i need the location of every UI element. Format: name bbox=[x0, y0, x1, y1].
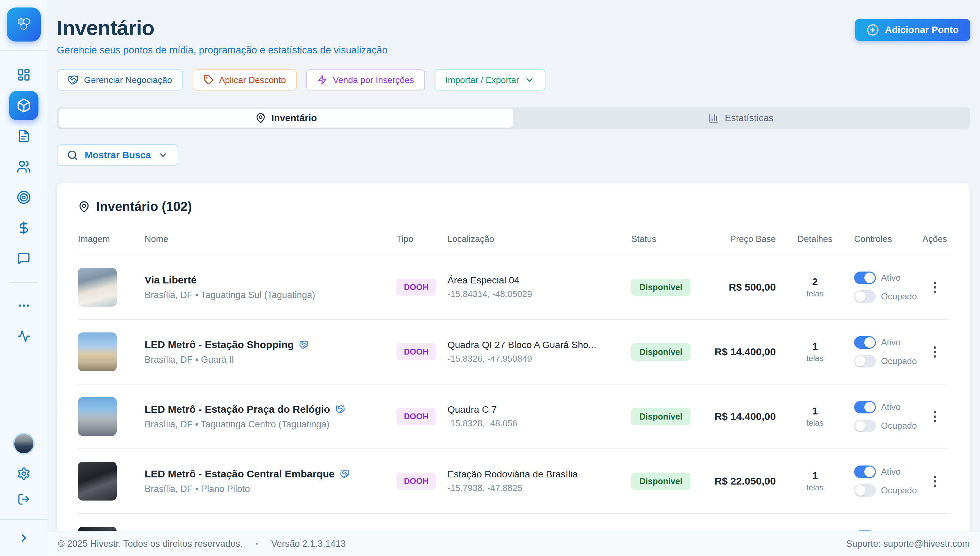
users-icon bbox=[17, 160, 31, 174]
screens-count: 2 bbox=[776, 276, 854, 288]
type-badge: DOOH bbox=[396, 473, 436, 490]
table-row: LED Metrô - Estação Shopping Brasília, D… bbox=[78, 320, 949, 385]
occupied-toggle[interactable] bbox=[854, 420, 876, 432]
dollar-icon bbox=[17, 221, 31, 235]
point-coords: -15.8326, -47.950849 bbox=[447, 354, 631, 364]
zap-icon bbox=[317, 75, 327, 85]
sidebar-bottom bbox=[13, 433, 35, 519]
table-row: Via Liberté Brasília, DF • Taguatinga Su… bbox=[78, 255, 949, 320]
show-search-button[interactable]: Mostrar Busca bbox=[57, 144, 178, 166]
package-icon bbox=[16, 98, 31, 113]
handshake-icon bbox=[340, 469, 349, 479]
actions-row: Gerenciar Negociação Aplicar Desconto Ve… bbox=[57, 70, 970, 91]
sale-by-insertions-button[interactable]: Venda por Inserções bbox=[306, 70, 425, 91]
plus-circle-icon bbox=[867, 24, 879, 36]
occupied-toggle[interactable] bbox=[854, 484, 876, 497]
main-content: Inventário Gerencie seus pontos de mídia… bbox=[48, 0, 980, 556]
file-icon bbox=[17, 129, 31, 143]
screens-label: telas bbox=[776, 289, 854, 298]
point-location-line: Brasília, DF • Guará II bbox=[145, 354, 396, 365]
handshake-icon bbox=[299, 340, 308, 349]
search-icon bbox=[67, 150, 78, 161]
active-toggle[interactable] bbox=[854, 401, 876, 414]
app-logo[interactable] bbox=[0, 0, 48, 51]
active-toggle[interactable] bbox=[854, 336, 876, 349]
row-actions-menu-button[interactable] bbox=[930, 343, 940, 361]
active-toggle-label: Ativo bbox=[881, 337, 901, 348]
add-point-button[interactable]: Adicionar Ponto bbox=[855, 19, 970, 41]
point-address: Quadra C 7 bbox=[447, 404, 631, 415]
point-address: Quadra QI 27 Bloco A Guará Sho... bbox=[447, 339, 631, 351]
tab-bar: Inventário Estatísticas bbox=[57, 107, 970, 129]
hexagons-logo-icon bbox=[7, 8, 41, 42]
type-badge: DOOH bbox=[396, 343, 436, 360]
point-address: Estação Rodoviária de Brasília bbox=[447, 469, 631, 480]
point-thumbnail[interactable] bbox=[78, 397, 117, 436]
apply-discount-button[interactable]: Aplicar Desconto bbox=[192, 70, 297, 91]
map-pin-icon bbox=[78, 201, 90, 213]
tag-icon bbox=[203, 75, 214, 85]
sidebar-expand-section bbox=[0, 519, 48, 556]
point-thumbnail[interactable] bbox=[78, 462, 117, 501]
sidebar-item-activity[interactable] bbox=[16, 328, 32, 344]
screens-count: 1 bbox=[776, 470, 854, 482]
sidebar-item-dashboard[interactable] bbox=[16, 67, 32, 83]
sidebar-item-campaigns[interactable] bbox=[16, 189, 32, 205]
sidebar-item-inventory[interactable] bbox=[9, 91, 39, 120]
inventory-table-body: Via Liberté Brasília, DF • Taguatinga Su… bbox=[78, 255, 949, 556]
point-thumbnail[interactable] bbox=[78, 333, 117, 371]
occupied-toggle-label: Ocupado bbox=[881, 485, 917, 496]
inventory-section-title: Inventário (102) bbox=[78, 199, 949, 214]
chat-icon bbox=[17, 252, 31, 265]
import-export-button[interactable]: Importar / Exportar bbox=[434, 70, 546, 91]
active-toggle[interactable] bbox=[854, 272, 876, 284]
sidebar-item-documents[interactable] bbox=[16, 128, 32, 144]
sidebar-item-messages[interactable] bbox=[16, 251, 32, 267]
screens-label: telas bbox=[776, 354, 854, 363]
occupied-toggle-label: Ocupado bbox=[881, 291, 917, 302]
sidebar-nav bbox=[0, 67, 48, 344]
base-price: R$ 14.400,00 bbox=[713, 411, 776, 422]
inventory-card: Inventário (102) Imagem Nome Tipo Locali… bbox=[57, 183, 970, 556]
point-thumbnail[interactable] bbox=[78, 268, 117, 307]
footer-separator: • bbox=[255, 539, 258, 548]
user-avatar[interactable] bbox=[13, 433, 35, 454]
occupied-toggle-label: Ocupado bbox=[881, 356, 917, 367]
handshake-icon bbox=[336, 404, 345, 414]
point-coords: -15.7938, -47.8825 bbox=[447, 483, 631, 493]
row-actions-menu-button[interactable] bbox=[930, 278, 940, 296]
sidebar-item-more[interactable] bbox=[16, 297, 32, 314]
row-actions-menu-button[interactable] bbox=[930, 407, 940, 426]
active-toggle[interactable] bbox=[854, 465, 876, 478]
occupied-toggle[interactable] bbox=[854, 290, 876, 303]
map-pin-icon bbox=[255, 113, 266, 123]
target-icon bbox=[17, 190, 31, 205]
sidebar bbox=[0, 0, 48, 556]
logout-button[interactable] bbox=[17, 493, 30, 506]
gear-icon bbox=[17, 467, 31, 480]
expand-sidebar-button[interactable] bbox=[18, 532, 30, 544]
occupied-toggle[interactable] bbox=[854, 355, 876, 367]
point-location-line: Brasília, DF • Taguatinga Centro (Taguat… bbox=[145, 419, 396, 430]
point-location-line: Brasília, DF • Plano Piloto bbox=[145, 484, 396, 495]
chevron-right-icon bbox=[18, 532, 30, 544]
sidebar-divider bbox=[11, 283, 37, 283]
type-badge: DOOH bbox=[396, 279, 436, 296]
manage-negotiation-button[interactable]: Gerenciar Negociação bbox=[57, 70, 183, 91]
settings-button[interactable] bbox=[17, 467, 31, 480]
tab-statistics[interactable]: Estatísticas bbox=[513, 108, 969, 128]
status-badge: Disponível bbox=[631, 473, 690, 490]
chevron-down-icon bbox=[525, 75, 534, 85]
base-price: R$ 500,00 bbox=[713, 281, 776, 293]
tab-inventory[interactable]: Inventário bbox=[58, 108, 513, 128]
point-location-line: Brasília, DF • Taguatinga Sul (Taguating… bbox=[145, 290, 396, 301]
page-title: Inventário bbox=[57, 16, 387, 40]
sidebar-item-clients[interactable] bbox=[16, 158, 32, 175]
type-badge: DOOH bbox=[396, 408, 436, 425]
point-name: LED Metrô - Estação Praça do Relógio bbox=[145, 404, 330, 415]
sidebar-item-finance[interactable] bbox=[16, 220, 32, 236]
logout-icon bbox=[17, 493, 30, 506]
row-actions-menu-button[interactable] bbox=[930, 472, 940, 490]
ellipsis-icon bbox=[17, 299, 31, 312]
point-address: Área Especial 04 bbox=[447, 275, 631, 286]
